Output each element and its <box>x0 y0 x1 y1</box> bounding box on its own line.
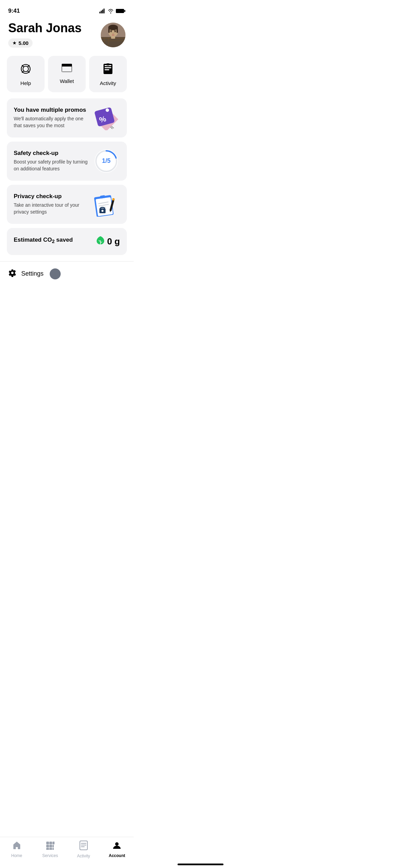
privacy-card-title: Privacy check-up <box>14 193 88 200</box>
gear-icon <box>8 269 16 279</box>
svg-rect-41 <box>105 67 111 68</box>
rating-value: 5.00 <box>19 40 28 46</box>
help-label: Help <box>21 80 31 86</box>
help-button[interactable]: Help <box>7 56 45 92</box>
activity-quick-button[interactable]: Activity <box>89 56 127 92</box>
svg-rect-16 <box>117 27 118 33</box>
promos-card-text: You have multiple promos We'll automatic… <box>14 107 93 129</box>
svg-rect-10 <box>104 37 105 47</box>
svg-rect-19 <box>110 30 112 31</box>
safety-card-title: Safety check-up <box>14 150 88 157</box>
help-icon <box>20 63 31 77</box>
svg-rect-5 <box>124 10 125 12</box>
privacy-visual <box>93 192 120 216</box>
svg-point-59 <box>101 210 104 212</box>
svg-point-24 <box>23 66 28 72</box>
co2-card-title: Estimated CO2 saved <box>14 237 92 244</box>
svg-rect-4 <box>116 9 124 13</box>
co2-card[interactable]: Estimated CO2 saved 0 g <box>7 228 127 255</box>
header-left: Sarah Jonas ★ 5.00 <box>8 21 101 48</box>
header: Sarah Jonas ★ 5.00 <box>0 17 134 50</box>
safety-card-text: Safety check-up Boost your safety profil… <box>14 150 93 172</box>
svg-point-22 <box>112 34 114 36</box>
settings-label: Settings <box>21 270 44 277</box>
promos-card[interactable]: You have multiple promos We'll automatic… <box>7 98 127 137</box>
svg-point-21 <box>112 33 114 34</box>
svg-rect-2 <box>102 10 103 13</box>
promos-card-desc: We'll automatically apply the one that s… <box>14 116 88 129</box>
wallet-icon <box>61 63 72 75</box>
privacy-card-text: Privacy check-up Take an interactive tou… <box>14 193 93 215</box>
svg-rect-53 <box>96 197 113 216</box>
privacy-card[interactable]: Privacy check-up Take an interactive tou… <box>7 185 127 224</box>
safety-card[interactable]: Safety check-up Boost your safety profil… <box>7 142 127 181</box>
avatar[interactable] <box>101 23 125 47</box>
svg-rect-3 <box>104 9 105 13</box>
svg-rect-20 <box>114 30 116 31</box>
svg-rect-0 <box>99 12 100 13</box>
co2-card-text: Estimated CO2 saved <box>14 237 96 246</box>
svg-rect-1 <box>101 11 102 13</box>
co2-value: 0 g <box>96 236 120 248</box>
promos-visual: % <box>93 106 120 130</box>
svg-rect-15 <box>108 27 110 33</box>
settings-row[interactable]: Settings <box>0 261 134 285</box>
status-icons <box>99 9 125 13</box>
safety-circle: 1/5 <box>95 149 118 173</box>
status-time: 9:41 <box>8 8 20 14</box>
settings-notification-dot <box>50 268 61 279</box>
safety-value: 1/5 <box>102 157 110 165</box>
battery-icon <box>116 9 125 13</box>
wallet-button[interactable]: Wallet <box>48 56 86 92</box>
signal-icon <box>99 9 106 13</box>
user-name: Sarah Jonas <box>8 21 101 35</box>
safety-visual: 1/5 <box>93 149 120 173</box>
wifi-icon <box>108 9 114 13</box>
co2-amount: 0 g <box>107 236 120 247</box>
svg-point-14 <box>108 25 118 30</box>
safety-card-desc: Boost your safety profile by turning on … <box>14 159 88 172</box>
activity-quick-label: Activity <box>100 80 116 86</box>
rating-badge: ★ 5.00 <box>8 38 33 48</box>
activity-quick-icon <box>103 63 113 77</box>
status-bar: 9:41 <box>0 0 134 17</box>
svg-point-18 <box>114 31 116 32</box>
quick-actions: Help Wallet <box>0 50 134 95</box>
svg-point-17 <box>110 31 112 32</box>
avatar-image <box>101 23 125 47</box>
svg-rect-38 <box>62 64 71 66</box>
rating-star-icon: ★ <box>12 40 17 46</box>
svg-rect-43 <box>107 63 109 65</box>
svg-rect-11 <box>108 37 109 47</box>
privacy-card-desc: Take an interactive tour of your privacy… <box>14 202 88 215</box>
svg-rect-42 <box>105 69 109 70</box>
cards-section: You have multiple promos We'll automatic… <box>0 95 134 258</box>
wallet-label: Wallet <box>60 78 74 84</box>
promos-card-title: You have multiple promos <box>14 107 88 113</box>
leaf-icon <box>96 236 105 248</box>
